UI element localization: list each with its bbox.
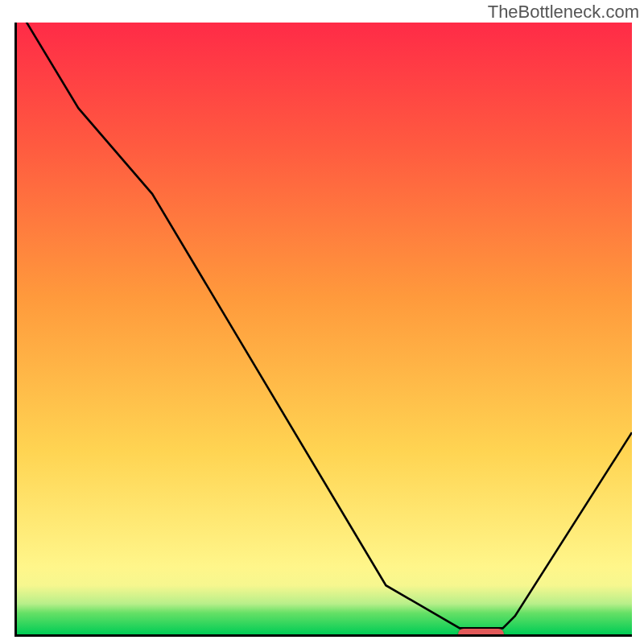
chart-container: TheBottleneck.com xyxy=(0,0,644,644)
watermark-text: TheBottleneck.com xyxy=(488,2,639,23)
plot-area xyxy=(14,23,632,637)
optimal-marker xyxy=(458,629,504,637)
gradient-background xyxy=(17,23,632,634)
chart-svg xyxy=(17,23,632,634)
